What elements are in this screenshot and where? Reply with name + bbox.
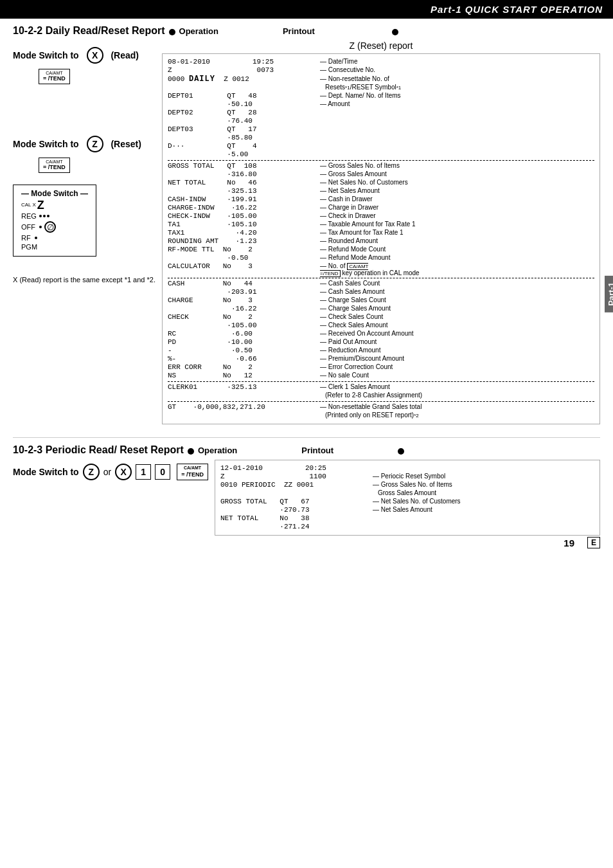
- s2-row-periodic-annot2: Gross Sales Amount: [220, 489, 594, 498]
- right-printout-panel: Z (Reset) report 08-01-2010 19:25 Date/T…: [162, 41, 600, 424]
- receipt-row-rounding: ROUNDING AMT ·1.23 Rounded Amount: [168, 237, 594, 246]
- receipt-row-daily: 0000 DAILY Z 0012 Non-resettable No. of: [168, 75, 594, 84]
- read-key-circle: X: [87, 47, 103, 64]
- receipt-row-tax1: TAX1 ·4.20 Tax Amount for Tax Rate 1: [168, 229, 594, 237]
- dashed-line-2: [168, 278, 594, 278]
- receipt-row-net: NET TOTAL No 46 Net Sales No. of Custome…: [168, 179, 594, 187]
- page-number: 19: [564, 538, 574, 548]
- receipt-row-daily-annot2: Resets *1/RESET Symbol *1: [168, 84, 594, 92]
- receipt-row-cash: CASH No 44 Cash Sales Count: [168, 280, 594, 288]
- section2-title-block: 10-2-3 Periodic Read/ Reset Report: [13, 444, 184, 456]
- section2-z-key: Z: [83, 464, 100, 480]
- printout-label: Printout: [283, 26, 315, 36]
- mode-cal-row: CAL X Z: [21, 199, 88, 211]
- mode-switch-title: — Mode Switch —: [21, 189, 88, 198]
- receipt-row-check-amt: ·105.00 Check Sales Amount: [168, 321, 594, 330]
- receipt-row-net-amt: ·325.13 Net Sales Amount: [168, 187, 594, 195]
- mode-reg-row: REG: [21, 212, 88, 220]
- section2-left-panel: Mode Switch to Z or X 1 0 CA/AMT = /TEND: [13, 460, 215, 480]
- mode-off-row: OFF ∅: [21, 221, 88, 233]
- receipt-row-gross: GROSS TOTAL QT 108 Gross Sales No. of It…: [168, 162, 594, 170]
- num-key-0: 0: [155, 464, 170, 480]
- receipt-row-pd: PD ·10.00 Paid Out Amount: [168, 338, 594, 347]
- s2-row-periodic: 0010 PERIODIC ZZ 0001 Gross Sales No. of…: [220, 481, 594, 489]
- slash-icon: ∅: [44, 221, 56, 233]
- dashed-line-1: [168, 160, 594, 161]
- mode-read-label: Mode Switch to X (Read): [13, 47, 155, 64]
- receipt-row-dept01: DEPT01 QT 48 Dept. Name/ No. of Items: [168, 92, 594, 100]
- mode-reset-label: Mode Switch to Z (Reset): [13, 136, 155, 152]
- section2-col-headers: 10-2-3 Periodic Read/ Reset Report Opera…: [13, 444, 600, 456]
- e-label: E: [587, 537, 600, 548]
- receipt-row-err-corr: ERR CORR No 2 Error Correction Count: [168, 363, 594, 372]
- col-headers-right: Operation Printout: [165, 26, 600, 36]
- section2-x-key: X: [115, 464, 132, 480]
- receipt-row-cash-amt: ·203.91 Cash Sales Amount: [168, 288, 594, 296]
- section-title-block: 10-2-2 Daily Read/Reset Report: [13, 25, 165, 37]
- printout-bullet: [392, 29, 398, 35]
- section2-printout-bullet: [398, 448, 404, 455]
- operation-label: Operation: [179, 26, 218, 36]
- receipt-row-premium: %- ·0.66 Premium/Discount Amount: [168, 355, 594, 363]
- section2-printout-label: Printout: [301, 446, 333, 455]
- section-layout: Mode Switch to X (Read) CA/AMT = /TEND: [13, 41, 600, 424]
- section2-right-panel: 12-01-2010 20:25 Z 1100 Periocic Reset S…: [215, 460, 600, 536]
- section2-layout: Mode Switch to Z or X 1 0 CA/AMT = /TEND: [13, 460, 600, 536]
- receipt-row-dept03: DEPT03 QT 17: [168, 125, 594, 134]
- receipt-row-rf-mode-amt: ·0.50 Refund Mode Amount: [168, 254, 594, 262]
- receipt-row-rf-mode: RF-MODE TTL No 2 Refund Mode Count: [168, 246, 594, 254]
- s2-row-gross-amt: ·270.73 Net Sales Amount: [220, 506, 594, 514]
- section2-printout-box: 12-01-2010 20:25 Z 1100 Periocic Reset S…: [215, 460, 600, 536]
- num-key-1: 1: [136, 464, 151, 480]
- receipt-row-d-amt: ·5.00: [168, 150, 594, 159]
- receipt-row-cash-indw: CASH-INDW ·199.91 Cash in Drawer: [168, 195, 594, 204]
- s2-row-z: Z 1100 Periocic Reset Symbol: [220, 473, 594, 481]
- receipt-row-charge-indw: CHARGE-INDW ·16.22 Charge in Drawer: [168, 204, 594, 212]
- section2-col-headers-right: Operation Printout: [184, 446, 600, 455]
- printout-box: 08-01-2010 19:25 Date/Time Z 0073 Consec…: [162, 53, 600, 424]
- mode-pgm-row: PGM: [21, 243, 88, 251]
- header-title: Part-1 QUICK START OPERATION: [431, 4, 603, 15]
- s2-row-net: NET TOTAL No 38: [220, 514, 594, 523]
- col-headers: 10-2-2 Daily Read/Reset Report Operation…: [13, 25, 600, 37]
- receipt-row-calc: CALCULATOR No 3 — No. of CA/AMT=/TEND ke…: [168, 262, 594, 276]
- receipt-row-clerk01-annot2: (Refer to 2-8 Cashier Assignment): [168, 392, 594, 400]
- receipt-row-check: CHECK No 2 Check Sales Count: [168, 313, 594, 321]
- receipt-row-dept03-amt: ·85.80: [168, 134, 594, 142]
- ca-amt-key-area: CA/AMT = /TEND: [39, 69, 155, 84]
- section-periodic-read-reset: 10-2-3 Periodic Read/ Reset Report Opera…: [13, 437, 600, 536]
- receipt-row-ns: NS No 12 No sale Count: [168, 372, 594, 380]
- receipt-row-charge: CHARGE No 3 Charge Sales Count: [168, 296, 594, 305]
- section2-title: 10-2-3 Periodic Read/ Reset Report: [13, 444, 184, 456]
- reset-key-circle: Z: [87, 136, 103, 152]
- side-label: Part-1: [605, 276, 613, 312]
- receipt-row-gt: GT ·0,000,832,271.20 Non-resettable Gran…: [168, 403, 594, 411]
- s2-row-gross: GROSS TOTAL QT 67 Net Sales No. of Custo…: [220, 498, 594, 506]
- receipt-row-rc: RC ·6.00 Received On Account Amount: [168, 330, 594, 338]
- receipt-row-gt-annot2: (Printed only on RESET report) *2: [168, 411, 594, 420]
- receipt-row-charge-amt: ·16.22 Charge Sales Amount: [168, 305, 594, 313]
- section-title: 10-2-2 Daily Read/Reset Report: [13, 25, 165, 37]
- printout-title: Z (Reset) report: [162, 41, 600, 51]
- ca-amt-key-reset-area: CA/AMT = /TEND: [39, 158, 155, 173]
- ca-amt-key-reset: CA/AMT = /TEND: [39, 158, 70, 173]
- mode-switch-diagram: — Mode Switch — CAL X Z REG OFF: [13, 185, 96, 257]
- receipt-row-date: 08-01-2010 19:25 Date/Time: [168, 58, 594, 66]
- receipt-row-gross-amt: ·316.80 Gross Sales Amount: [168, 170, 594, 179]
- receipt-row-z: Z 0073 Consecutive No.: [168, 66, 594, 75]
- s2-row-date: 12-01-2010 20:25: [220, 464, 594, 473]
- operation-bullet: [169, 29, 175, 35]
- left-operation-panel: Mode Switch to X (Read) CA/AMT = /TEND: [13, 41, 162, 284]
- ca-amt-key: CA/AMT = /TEND: [39, 69, 70, 84]
- receipt-row-d: D··· QT 4: [168, 142, 594, 150]
- mode-rf-row: RF: [21, 234, 88, 242]
- receipt-row-dept01-amt: ·50.10 Amount: [168, 100, 594, 109]
- receipt-row-ta1: TA1 ·105.10 Taxable Amount for Tax Rate …: [168, 221, 594, 229]
- section2-mode-label: Mode Switch to Z or X 1 0 CA/AMT = /TEND: [13, 464, 208, 480]
- footnote: X (Read) report is the same except *1 an…: [13, 276, 155, 284]
- section-daily-read-reset: 10-2-2 Daily Read/Reset Report Operation…: [13, 25, 600, 424]
- receipt-row-reduction: - ·0.50 Reduction Amount: [168, 347, 594, 355]
- receipt-row-check-indw: CHECK-INDW ·105.00 Check in Drawer: [168, 212, 594, 221]
- section2-operation-label: Operation: [198, 446, 237, 455]
- section2-ca-amt-key: CA/AMT = /TEND: [177, 464, 208, 480]
